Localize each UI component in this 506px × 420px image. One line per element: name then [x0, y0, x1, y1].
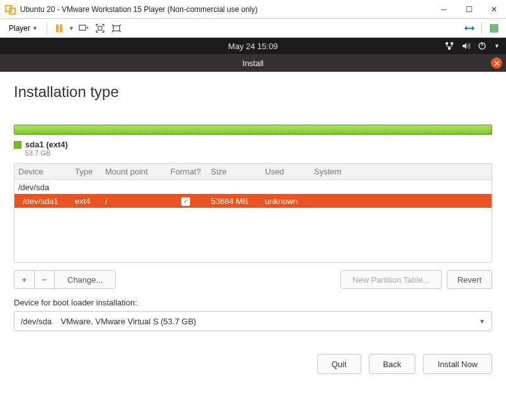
col-type[interactable]: Type: [71, 167, 101, 176]
svg-rect-3: [60, 25, 62, 32]
install-now-button[interactable]: Install Now: [423, 354, 492, 374]
new-partition-table-button[interactable]: New Partition Table...: [340, 270, 442, 289]
installer-header-title: Install: [242, 59, 264, 68]
volume-icon[interactable]: [461, 42, 470, 50]
partition-name: sda1 (ext4): [25, 140, 68, 149]
cell-mount: /: [101, 196, 164, 206]
chevron-down-icon[interactable]: ▼: [69, 25, 74, 31]
partition-table: Device Type Mount point Format? Size Use…: [14, 163, 492, 263]
quit-button[interactable]: Quit: [317, 354, 361, 374]
vmware-titlebar: Ubuntu 20 - VMware Workstation 15 Player…: [0, 0, 506, 19]
cell-size: 53684 MB: [207, 196, 261, 206]
cell-type: ext4: [71, 196, 101, 206]
cell-format[interactable]: ✓: [164, 196, 207, 206]
window-title: Ubuntu 20 - VMware Workstation 15 Player…: [20, 5, 437, 14]
col-mount[interactable]: Mount point: [101, 167, 164, 176]
page-title: Installation type: [14, 83, 492, 101]
col-system[interactable]: System: [310, 167, 492, 176]
svg-rect-6: [113, 26, 120, 31]
cell-device: /dev/sda: [14, 183, 71, 192]
player-menu-label: Player: [9, 24, 30, 33]
close-installer-button[interactable]: [491, 57, 502, 69]
boot-loader-value: /dev/sda VMware, VMware Virtual S (53.7 …: [21, 317, 196, 326]
col-device[interactable]: Device: [14, 167, 71, 176]
back-button[interactable]: Back: [369, 354, 416, 374]
svg-rect-11: [451, 42, 453, 45]
pause-button[interactable]: [52, 21, 66, 35]
remove-partition-button[interactable]: −: [34, 270, 54, 289]
cell-device: /dev/sda1: [14, 196, 71, 206]
table-header: Device Type Mount point Format? Size Use…: [14, 164, 492, 180]
fullscreen-icon[interactable]: [93, 21, 107, 35]
vmware-toolbar: Player ▼ ▼: [0, 19, 506, 38]
partition-size: 53.7 GB: [25, 149, 492, 157]
datetime-label[interactable]: May 24 15:09: [228, 42, 278, 51]
send-ctrl-alt-del-icon[interactable]: [77, 21, 91, 35]
settings-panel-icon[interactable]: [487, 21, 501, 35]
installer-header: Install: [0, 54, 506, 72]
add-partition-button[interactable]: +: [14, 270, 34, 289]
maximize-button[interactable]: ☐: [462, 5, 476, 14]
partition-legend: sda1 (ext4): [14, 140, 492, 149]
network-icon[interactable]: [445, 42, 454, 50]
power-icon[interactable]: [478, 42, 486, 50]
close-button[interactable]: ✕: [487, 5, 501, 14]
svg-rect-7: [490, 25, 498, 32]
boot-loader-label: Device for boot loader installation:: [14, 298, 492, 307]
vmware-logo-icon: [5, 4, 16, 15]
chevron-down-icon: ▼: [32, 25, 38, 31]
chevron-down-icon: ▼: [479, 318, 485, 325]
svg-rect-2: [56, 25, 59, 32]
svg-rect-5: [98, 26, 102, 30]
change-partition-button[interactable]: Change...: [54, 270, 116, 289]
svg-rect-4: [79, 25, 86, 30]
col-size[interactable]: Size: [207, 167, 261, 176]
partition-usage-bar: [14, 125, 492, 135]
chevron-down-icon[interactable]: ▼: [494, 43, 500, 49]
boot-loader-select[interactable]: /dev/sda VMware, VMware Virtual S (53.7 …: [14, 311, 492, 331]
installer-body: Installation type sda1 (ext4) 53.7 GB De…: [0, 72, 506, 385]
table-row[interactable]: /dev/sda: [14, 180, 492, 194]
unity-mode-icon[interactable]: [110, 21, 123, 35]
table-row-selected[interactable]: /dev/sda1 ext4 / ✓ 53684 MB unknown: [14, 194, 492, 208]
partition-swatch-icon: [14, 141, 21, 149]
col-used[interactable]: Used: [261, 167, 310, 176]
player-menu-button[interactable]: Player ▼: [5, 21, 42, 35]
checkmark-icon: ✓: [181, 197, 190, 206]
svg-rect-10: [446, 42, 448, 45]
minimize-button[interactable]: ─: [437, 5, 451, 14]
ubuntu-top-bar: May 24 15:09 ▼: [0, 38, 506, 54]
cycle-multiple-monitors-icon[interactable]: [463, 21, 476, 35]
col-format[interactable]: Format?: [164, 167, 207, 176]
cell-used: unknown: [261, 196, 310, 206]
revert-button[interactable]: Revert: [447, 270, 492, 289]
